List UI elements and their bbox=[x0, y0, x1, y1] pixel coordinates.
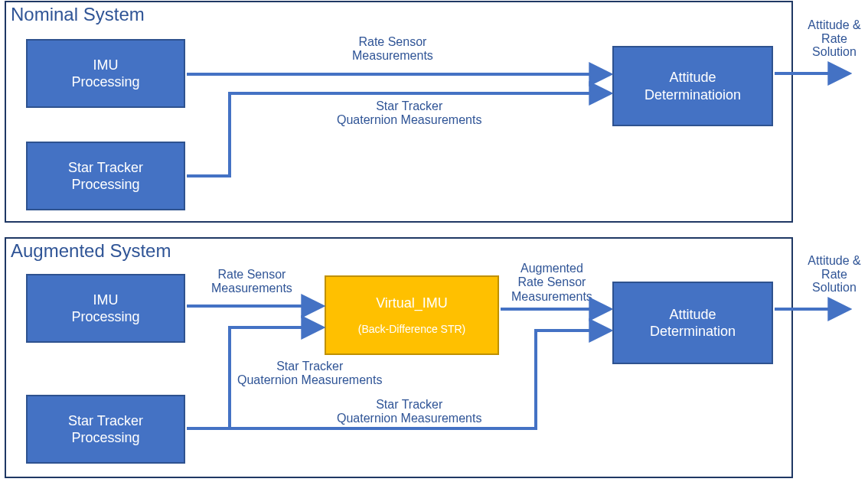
aug-vimu-block: Virtual_IMU (Back-Difference STR) bbox=[325, 275, 499, 355]
aug-imu-label: IMU Processing bbox=[71, 291, 139, 326]
nominal-ad-block: Attitude Determinatioion bbox=[612, 46, 773, 126]
nominal-title: Nominal System bbox=[11, 4, 145, 25]
aug-vimu-sub: (Back-Difference STR) bbox=[358, 323, 466, 337]
aug-quat-lower-label: Star Tracker Quaternion Measurements bbox=[337, 398, 481, 426]
aug-str-label: Star Tracker Processing bbox=[68, 412, 143, 447]
aug-rate-label: Rate Sensor Measurements bbox=[211, 268, 292, 296]
nominal-rate-label: Rate Sensor Measurements bbox=[352, 35, 433, 64]
nominal-imu-block: IMU Processing bbox=[26, 39, 185, 108]
nominal-quat-label: Star Tracker Quaternion Measurements bbox=[337, 99, 481, 128]
aug-ad-block: Attitude Determination bbox=[612, 282, 773, 364]
aug-imu-block: IMU Processing bbox=[26, 274, 185, 343]
aug-str-block: Star Tracker Processing bbox=[26, 395, 185, 464]
nominal-ad-label: Attitude Determinatioion bbox=[644, 69, 741, 103]
nominal-str-block: Star Tracker Processing bbox=[26, 142, 185, 210]
aug-quat-upper-label: Star Tracker Quaternion Measurements bbox=[237, 360, 382, 388]
aug-ad-label: Attitude Determination bbox=[650, 306, 736, 340]
nominal-imu-label: IMU Processing bbox=[71, 57, 139, 91]
aug-out-label: Attitude & Rate Solution bbox=[804, 254, 865, 295]
aug-vimu-title: Virtual_IMU bbox=[376, 295, 448, 312]
augmented-title: Augmented System bbox=[11, 240, 171, 262]
nominal-out-label: Attitude & Rate Solution bbox=[804, 18, 865, 59]
aug-augrate-label: Augmented Rate Sensor Measurements bbox=[511, 262, 592, 304]
nominal-str-label: Star Tracker Processing bbox=[68, 159, 143, 194]
